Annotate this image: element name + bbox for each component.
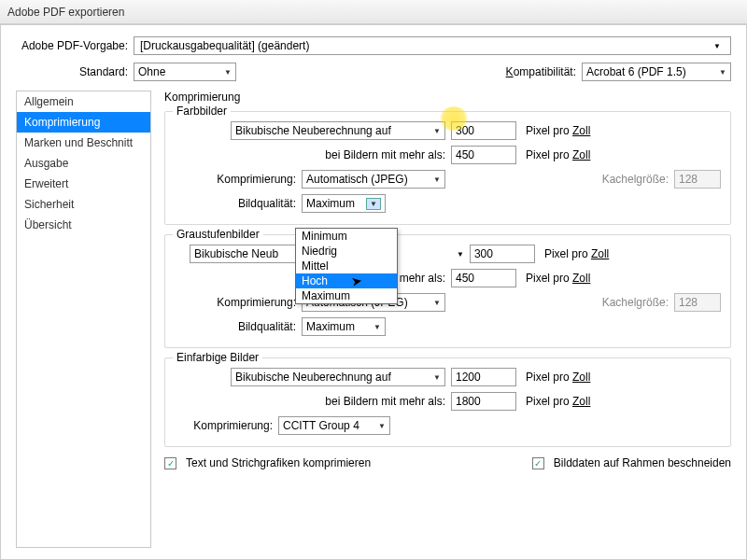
ppi-label: Pixel pro Zoll [526, 124, 590, 137]
compat-select[interactable]: Acrobat 6 (PDF 1.5) ▼ [582, 63, 731, 81]
cb-crop-label: Bilddaten auf Rahmen beschneiden [554, 456, 731, 469]
mono-resample-select[interactable]: Bikubische Neuberechnung auf ▼ [231, 368, 445, 386]
chevron-down-icon: ▼ [433, 299, 441, 307]
color-resample-value[interactable]: 300 [451, 121, 516, 140]
chevron-down-icon: ▼ [433, 127, 441, 135]
footer-row: ✓ Text und Strichgrafiken komprimieren ✓… [164, 456, 731, 469]
standard-label: Standard: [16, 65, 128, 78]
sidebar-item-erweitert[interactable]: Erweitert [17, 174, 150, 194]
gray-tile-label: Kachelgröße: [602, 296, 669, 309]
sidebar-item-komprimierung[interactable]: Komprimierung [17, 112, 150, 133]
sidebar-item-marken[interactable]: Marken und Beschnitt [17, 133, 150, 153]
mono-threshold-value[interactable]: 1800 [451, 392, 516, 411]
gray-resample-value[interactable]: 300 [470, 245, 535, 263]
chevron-down-icon: ▼ [457, 250, 464, 259]
group-mono-title: Einfarbige Bilder [173, 351, 262, 364]
gray-resample-select[interactable]: Bikubische Neub [190, 245, 300, 263]
mono-resample-value[interactable]: 1200 [451, 368, 516, 386]
gray-quality-label: Bildqualität: [175, 320, 296, 333]
color-quality-select[interactable]: Maximum ▼ [302, 194, 386, 213]
standard-compat-row: Standard: Ohne ▼ Kompatibilität: Acrobat… [16, 63, 731, 81]
preset-select[interactable]: [Druckausgabequalität] (geändert) ▼ [134, 36, 731, 55]
preset-value: [Druckausgabequalität] (geändert) [140, 39, 309, 52]
chevron-down-icon: ▼ [433, 175, 441, 184]
mono-compress-select[interactable]: CCITT Group 4 ▼ [278, 416, 390, 435]
color-compress-select[interactable]: Automatisch (JPEG) ▼ [302, 170, 445, 189]
chevron-down-icon: ▼ [366, 198, 381, 210]
standard-select[interactable]: Ohne ▼ [134, 63, 236, 81]
titlebar: Adobe PDF exportieren [0, 0, 747, 24]
quality-option-niedrig[interactable]: Niedrig [296, 244, 397, 259]
color-quality-label: Bildqualität: [175, 197, 296, 210]
cb-crop[interactable]: ✓ [532, 457, 544, 469]
quality-dropdown[interactable]: Minimum Niedrig Mittel Hoch Maximum [295, 228, 398, 304]
color-compress-label: Komprimierung: [175, 173, 296, 186]
group-mono: Einfarbige Bilder Bikubische Neuberechnu… [164, 357, 731, 447]
color-tile-label: Kachelgröße: [602, 173, 669, 186]
quality-option-minimum[interactable]: Minimum [296, 229, 397, 244]
main-panel: Komprimierung Farbbilder Bikubische Neub… [164, 91, 731, 548]
group-color-title: Farbbilder [173, 105, 231, 118]
color-threshold-value[interactable]: 450 [451, 146, 516, 164]
quality-option-hoch[interactable]: Hoch [296, 273, 397, 288]
chevron-down-icon: ▼ [710, 42, 725, 50]
quality-option-mittel[interactable]: Mittel [296, 259, 397, 273]
chevron-down-icon: ▼ [378, 422, 386, 430]
color-resample-select[interactable]: Bikubische Neuberechnung auf ▼ [231, 121, 445, 140]
color-tile-value: 128 [674, 170, 721, 189]
quality-option-maximum[interactable]: Maximum [296, 288, 397, 303]
cb-text-compress-label: Text und Strichgrafiken komprimieren [186, 456, 371, 469]
mono-compress-label: Komprimierung: [175, 419, 273, 432]
compat-label: Kompatibilität: [506, 65, 576, 78]
preset-label: Adobe PDF-Vorgabe: [16, 39, 128, 52]
window-title: Adobe PDF exportieren [7, 6, 124, 19]
panel-heading: Komprimierung [164, 91, 731, 104]
chevron-down-icon: ▼ [719, 68, 726, 77]
color-threshold-label: bei Bildern mit mehr als: [231, 148, 445, 161]
sidebar-item-uebersicht[interactable]: Übersicht [17, 215, 150, 235]
chevron-down-icon: ▼ [224, 68, 232, 77]
group-color: Farbbilder Bikubische Neuberechnung auf … [164, 111, 731, 225]
mono-threshold-label: bei Bildern mit mehr als: [231, 395, 445, 408]
group-gray: Graustufenbilder Bikubische Neub ▼ 300 P… [164, 234, 731, 348]
sidebar: Allgemein Komprimierung Marken und Besch… [16, 91, 151, 548]
sidebar-item-ausgabe[interactable]: Ausgabe [17, 153, 150, 174]
gray-quality-select[interactable]: Maximum ▼ [302, 317, 386, 336]
dialog: Adobe PDF-Vorgabe: [Druckausgabequalität… [0, 24, 747, 560]
sidebar-item-sicherheit[interactable]: Sicherheit [17, 194, 150, 215]
preset-row: Adobe PDF-Vorgabe: [Druckausgabequalität… [16, 36, 731, 55]
cb-text-compress[interactable]: ✓ [164, 457, 176, 469]
group-gray-title: Graustufenbilder [173, 228, 263, 241]
chevron-down-icon: ▼ [374, 323, 381, 331]
sidebar-item-allgemein[interactable]: Allgemein [17, 91, 150, 112]
gray-tile-value: 128 [674, 293, 721, 312]
chevron-down-icon: ▼ [433, 373, 441, 382]
gray-threshold-value[interactable]: 450 [451, 269, 516, 287]
gray-compress-label: Komprimierung: [175, 296, 296, 309]
